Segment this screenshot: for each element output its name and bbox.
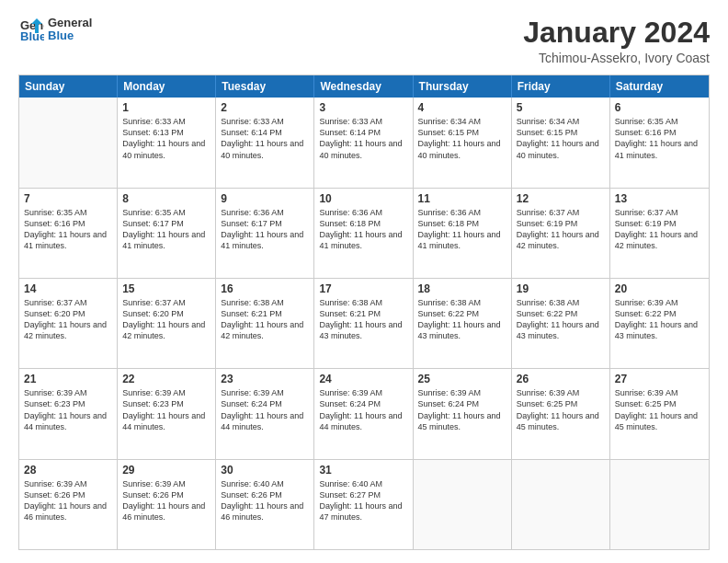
calendar-cell-3-6: 27Sunrise: 6:39 AMSunset: 6:25 PMDayligh… xyxy=(610,369,709,458)
day-number: 2 xyxy=(221,101,309,114)
day-number: 29 xyxy=(122,464,210,477)
location-label: Tchimou-Assekro, Ivory Coast xyxy=(523,51,710,65)
calendar: SundayMondayTuesdayWednesdayThursdayFrid… xyxy=(18,75,710,550)
day-number: 14 xyxy=(24,282,112,295)
day-number: 6 xyxy=(615,101,704,114)
day-number: 20 xyxy=(615,282,704,295)
calendar-cell-1-5: 12Sunrise: 6:37 AMSunset: 6:19 PMDayligh… xyxy=(512,189,610,278)
cell-info: Sunrise: 6:34 AMSunset: 6:15 PMDaylight:… xyxy=(517,116,605,161)
day-number: 12 xyxy=(517,192,605,205)
logo: General Blue General Blue xyxy=(18,17,92,43)
day-number: 17 xyxy=(319,282,407,295)
cell-info: Sunrise: 6:35 AMSunset: 6:16 PMDaylight:… xyxy=(24,207,112,252)
calendar-row-4: 28Sunrise: 6:39 AMSunset: 6:26 PMDayligh… xyxy=(19,459,709,549)
cell-info: Sunrise: 6:38 AMSunset: 6:21 PMDaylight:… xyxy=(319,297,407,342)
page: General Blue General Blue January 2024 T… xyxy=(0,0,728,563)
day-number: 28 xyxy=(24,464,112,477)
header-day-tuesday: Tuesday xyxy=(216,75,314,98)
cell-info: Sunrise: 6:39 AMSunset: 6:26 PMDaylight:… xyxy=(122,478,210,523)
cell-info: Sunrise: 6:37 AMSunset: 6:20 PMDaylight:… xyxy=(24,297,112,342)
day-number: 10 xyxy=(319,192,407,205)
cell-info: Sunrise: 6:35 AMSunset: 6:16 PMDaylight:… xyxy=(615,116,704,161)
calendar-cell-2-6: 20Sunrise: 6:39 AMSunset: 6:22 PMDayligh… xyxy=(610,279,709,368)
cell-info: Sunrise: 6:39 AMSunset: 6:26 PMDaylight:… xyxy=(24,478,112,523)
title-block: January 2024 Tchimou-Assekro, Ivory Coas… xyxy=(523,17,710,65)
header-day-saturday: Saturday xyxy=(610,75,709,98)
cell-info: Sunrise: 6:33 AMSunset: 6:14 PMDaylight:… xyxy=(319,116,407,161)
logo-icon: General Blue xyxy=(18,17,44,42)
calendar-cell-0-2: 2Sunrise: 6:33 AMSunset: 6:14 PMDaylight… xyxy=(216,98,314,187)
day-number: 3 xyxy=(319,101,407,114)
calendar-cell-1-3: 10Sunrise: 6:36 AMSunset: 6:18 PMDayligh… xyxy=(314,189,413,278)
cell-info: Sunrise: 6:35 AMSunset: 6:17 PMDaylight:… xyxy=(122,207,210,252)
logo-line1: General xyxy=(48,17,92,29)
day-number: 1 xyxy=(122,101,210,114)
cell-info: Sunrise: 6:37 AMSunset: 6:19 PMDaylight:… xyxy=(517,207,605,252)
day-number: 13 xyxy=(615,192,704,205)
cell-info: Sunrise: 6:39 AMSunset: 6:25 PMDaylight:… xyxy=(615,387,704,432)
day-number: 22 xyxy=(122,373,210,385)
calendar-cell-3-0: 21Sunrise: 6:39 AMSunset: 6:23 PMDayligh… xyxy=(19,369,118,458)
calendar-cell-2-0: 14Sunrise: 6:37 AMSunset: 6:20 PMDayligh… xyxy=(19,279,118,368)
calendar-cell-0-5: 5Sunrise: 6:34 AMSunset: 6:15 PMDaylight… xyxy=(512,98,610,187)
header-day-sunday: Sunday xyxy=(19,75,118,98)
calendar-row-0: 1Sunrise: 6:33 AMSunset: 6:13 PMDaylight… xyxy=(19,98,709,187)
cell-info: Sunrise: 6:38 AMSunset: 6:22 PMDaylight:… xyxy=(418,297,506,342)
calendar-row-3: 21Sunrise: 6:39 AMSunset: 6:23 PMDayligh… xyxy=(19,368,709,458)
cell-info: Sunrise: 6:37 AMSunset: 6:20 PMDaylight:… xyxy=(122,297,210,342)
cell-info: Sunrise: 6:40 AMSunset: 6:26 PMDaylight:… xyxy=(221,478,309,523)
calendar-header: SundayMondayTuesdayWednesdayThursdayFrid… xyxy=(19,75,709,98)
cell-info: Sunrise: 6:33 AMSunset: 6:14 PMDaylight:… xyxy=(221,116,309,161)
day-number: 16 xyxy=(221,282,309,295)
cell-info: Sunrise: 6:38 AMSunset: 6:21 PMDaylight:… xyxy=(221,297,309,342)
cell-info: Sunrise: 6:38 AMSunset: 6:22 PMDaylight:… xyxy=(517,297,605,342)
cell-info: Sunrise: 6:39 AMSunset: 6:24 PMDaylight:… xyxy=(319,387,407,432)
calendar-cell-2-5: 19Sunrise: 6:38 AMSunset: 6:22 PMDayligh… xyxy=(512,279,610,368)
calendar-cell-1-6: 13Sunrise: 6:37 AMSunset: 6:19 PMDayligh… xyxy=(610,189,709,278)
calendar-cell-3-1: 22Sunrise: 6:39 AMSunset: 6:23 PMDayligh… xyxy=(118,369,216,458)
day-number: 19 xyxy=(517,282,605,295)
calendar-cell-4-6 xyxy=(610,460,709,549)
calendar-body: 1Sunrise: 6:33 AMSunset: 6:13 PMDaylight… xyxy=(19,98,709,549)
logo-line2: Blue xyxy=(48,29,92,42)
calendar-cell-2-3: 17Sunrise: 6:38 AMSunset: 6:21 PMDayligh… xyxy=(314,279,413,368)
svg-text:Blue: Blue xyxy=(20,29,44,42)
cell-info: Sunrise: 6:37 AMSunset: 6:19 PMDaylight:… xyxy=(615,207,704,252)
calendar-cell-1-1: 8Sunrise: 6:35 AMSunset: 6:17 PMDaylight… xyxy=(118,189,216,278)
cell-info: Sunrise: 6:36 AMSunset: 6:18 PMDaylight:… xyxy=(418,207,506,252)
calendar-cell-1-4: 11Sunrise: 6:36 AMSunset: 6:18 PMDayligh… xyxy=(414,189,512,278)
day-number: 5 xyxy=(517,101,605,114)
cell-info: Sunrise: 6:36 AMSunset: 6:17 PMDaylight:… xyxy=(221,207,309,252)
header-day-wednesday: Wednesday xyxy=(314,75,413,98)
day-number: 8 xyxy=(122,192,210,205)
cell-info: Sunrise: 6:39 AMSunset: 6:23 PMDaylight:… xyxy=(24,387,112,432)
calendar-cell-1-2: 9Sunrise: 6:36 AMSunset: 6:17 PMDaylight… xyxy=(216,189,314,278)
calendar-cell-4-1: 29Sunrise: 6:39 AMSunset: 6:26 PMDayligh… xyxy=(118,460,216,549)
day-number: 21 xyxy=(24,373,112,385)
cell-info: Sunrise: 6:39 AMSunset: 6:25 PMDaylight:… xyxy=(517,387,605,432)
calendar-cell-0-4: 4Sunrise: 6:34 AMSunset: 6:15 PMDaylight… xyxy=(414,98,512,187)
calendar-cell-4-5 xyxy=(512,460,610,549)
day-number: 11 xyxy=(418,192,506,205)
day-number: 18 xyxy=(418,282,506,295)
header: General Blue General Blue January 2024 T… xyxy=(18,17,710,65)
calendar-cell-0-1: 1Sunrise: 6:33 AMSunset: 6:13 PMDaylight… xyxy=(118,98,216,187)
calendar-cell-3-5: 26Sunrise: 6:39 AMSunset: 6:25 PMDayligh… xyxy=(512,369,610,458)
month-year-title: January 2024 xyxy=(523,17,710,49)
calendar-cell-2-2: 16Sunrise: 6:38 AMSunset: 6:21 PMDayligh… xyxy=(216,279,314,368)
calendar-cell-3-2: 23Sunrise: 6:39 AMSunset: 6:24 PMDayligh… xyxy=(216,369,314,458)
day-number: 15 xyxy=(122,282,210,295)
cell-info: Sunrise: 6:39 AMSunset: 6:22 PMDaylight:… xyxy=(615,297,704,342)
header-day-friday: Friday xyxy=(512,75,610,98)
cell-info: Sunrise: 6:40 AMSunset: 6:27 PMDaylight:… xyxy=(319,478,407,523)
cell-info: Sunrise: 6:36 AMSunset: 6:18 PMDaylight:… xyxy=(319,207,407,252)
calendar-row-1: 7Sunrise: 6:35 AMSunset: 6:16 PMDaylight… xyxy=(19,188,709,278)
header-day-monday: Monday xyxy=(118,75,216,98)
calendar-cell-0-0 xyxy=(19,98,118,187)
calendar-cell-2-1: 15Sunrise: 6:37 AMSunset: 6:20 PMDayligh… xyxy=(118,279,216,368)
cell-info: Sunrise: 6:34 AMSunset: 6:15 PMDaylight:… xyxy=(418,116,506,161)
calendar-cell-4-2: 30Sunrise: 6:40 AMSunset: 6:26 PMDayligh… xyxy=(216,460,314,549)
day-number: 7 xyxy=(24,192,112,205)
day-number: 30 xyxy=(221,464,309,477)
calendar-cell-0-6: 6Sunrise: 6:35 AMSunset: 6:16 PMDaylight… xyxy=(610,98,709,187)
